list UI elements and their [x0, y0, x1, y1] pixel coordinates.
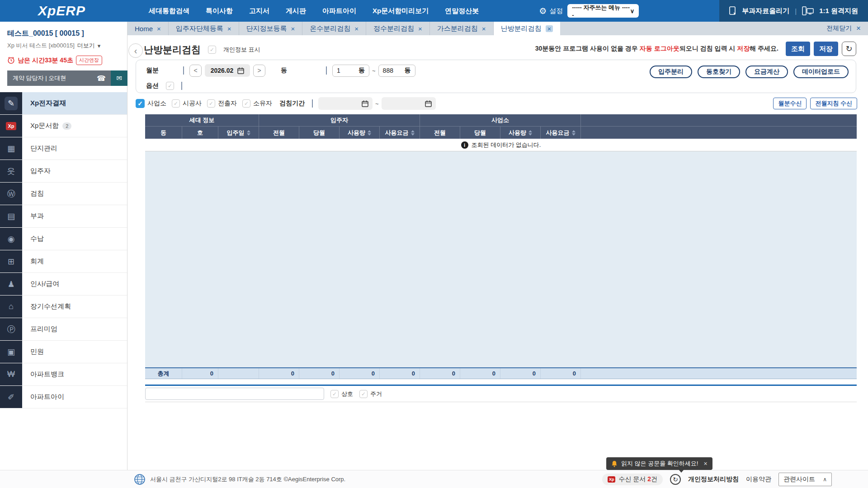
sort-icon[interactable]: [528, 130, 532, 136]
col-ho[interactable]: 호: [182, 127, 218, 139]
top-menu-bill[interactable]: 고지서: [249, 7, 269, 15]
upload-billing-data-button[interactable]: 부과자료올리기: [742, 7, 789, 15]
privacy-display-checkbox[interactable]: ✓: [208, 46, 216, 54]
sidebar-item-apt-bank[interactable]: ₩ 아파트뱅크: [0, 363, 127, 386]
next-month-button[interactable]: >: [253, 65, 265, 77]
save-button[interactable]: 저장: [814, 42, 838, 56]
prev-month-button[interactable]: <: [189, 65, 202, 77]
refresh-icon: ↻: [845, 44, 852, 54]
col-dong[interactable]: 동: [145, 127, 182, 139]
tab-close-icon[interactable]: ×: [482, 25, 486, 32]
data-upload-button[interactable]: 데이터업로드: [793, 66, 849, 78]
close-all-tabs-button[interactable]: 전체닫기 ×: [826, 22, 868, 35]
tab-heating-meter[interactable]: 난방분리검침×: [493, 22, 561, 35]
received-docs-button[interactable]: Xp 수신 문서 2건: [602, 474, 663, 485]
move-in-split-button[interactable]: 입주분리: [650, 66, 692, 78]
col-usage[interactable]: 사용량: [340, 127, 380, 139]
top-menu-apti[interactable]: 아파트아이: [322, 7, 356, 15]
tab-home[interactable]: Home×: [127, 22, 168, 35]
extend-time-button[interactable]: 시간연장: [76, 56, 102, 65]
favorite-menu-dropdown[interactable]: ----- 자주쓰는 메뉴 ----- ∨: [567, 4, 639, 18]
sidebar-item-meter-reading[interactable]: Ⓦ 검침: [0, 183, 127, 205]
col-prev-month-biz[interactable]: 전월: [420, 127, 460, 139]
tab-purewater-meter[interactable]: 정수분리검침×: [366, 22, 429, 35]
tab-complex-info[interactable]: 단지정보등록×: [239, 22, 302, 35]
receive-month-button[interactable]: 월분수신: [773, 98, 807, 109]
sort-icon[interactable]: [411, 130, 415, 136]
tab-close-icon[interactable]: ×: [354, 25, 359, 32]
col-usage-biz[interactable]: 사용량: [500, 127, 541, 139]
privacy-policy-link[interactable]: 개인정보처리방침: [688, 475, 739, 483]
col-usage-fee[interactable]: 사용요금: [380, 127, 420, 139]
settings-button[interactable]: ⚙ 설정: [539, 7, 563, 15]
top-menu-special-notes[interactable]: 특이사항: [206, 7, 233, 15]
sidebar-item-accounting[interactable]: ⊞ 회계: [0, 250, 127, 273]
meter-icon: Ⓦ: [0, 183, 22, 205]
tab-close-icon[interactable]: ×: [227, 25, 231, 32]
residence-checkbox[interactable]: ✓: [359, 390, 368, 398]
dong-to-input[interactable]: 888 동: [378, 65, 415, 77]
tab-gas-meter[interactable]: 가스분리검침×: [429, 22, 493, 35]
sort-icon[interactable]: [368, 130, 371, 136]
phone-icon[interactable]: ☎: [93, 70, 109, 86]
tab-close-icon[interactable]: ×: [157, 25, 161, 32]
dong-from-input[interactable]: 1 동: [332, 65, 369, 77]
docs-refresh-button[interactable]: ↻: [670, 474, 681, 485]
top-menu-yearend-bot[interactable]: 연말정산봇: [445, 7, 479, 15]
sidebar-collapse-button[interactable]: ‹: [128, 43, 143, 58]
mail-icon[interactable]: ✉: [111, 70, 127, 86]
sidebar-item-civil-complaint[interactable]: ▣ 민원: [0, 341, 127, 363]
tab-resident-group[interactable]: 입주자단체등록×: [168, 22, 239, 35]
option-checkbox[interactable]: ✓: [166, 82, 174, 90]
top-menu-board[interactable]: 게시판: [286, 7, 306, 15]
sidebar-item-xp-docbox[interactable]: Xp Xp문서함2: [0, 115, 127, 137]
col-curr-month-biz[interactable]: 당월: [460, 127, 500, 139]
find-dong-ho-button[interactable]: 동호찾기: [698, 66, 740, 78]
related-sites-dropdown[interactable]: 관련사이트 ∧: [778, 473, 832, 486]
sidebar-item-apti[interactable]: ✐ 아파트아이: [0, 386, 127, 408]
refresh-button[interactable]: ↻: [842, 42, 856, 56]
sidebar-item-billing[interactable]: ▤ 부과: [0, 205, 127, 228]
col-curr-month[interactable]: 당월: [299, 127, 340, 139]
business-office-checkbox[interactable]: ✓: [136, 99, 145, 108]
top-menu-household-search[interactable]: 세대통합검색: [149, 7, 189, 15]
tab-close-icon[interactable]: ×: [418, 25, 422, 32]
sidebar-item-premium[interactable]: Ⓟ 프리미엄: [0, 318, 127, 341]
month-picker[interactable]: 2026.02: [205, 64, 250, 77]
chevron-down-icon[interactable]: ▾: [98, 42, 101, 49]
bottom-search-input[interactable]: [145, 388, 324, 400]
sidebar-item-receipts[interactable]: ◉ 수납: [0, 228, 127, 250]
constructor-checkbox[interactable]: ✓: [172, 99, 180, 108]
period-start-input[interactable]: [318, 97, 373, 110]
tab-close-icon[interactable]: ×: [546, 25, 553, 32]
toast-close-icon[interactable]: ×: [703, 460, 707, 467]
option-label: 옵션: [146, 82, 166, 90]
owner-checkbox[interactable]: ✓: [242, 99, 250, 108]
sort-icon[interactable]: [247, 130, 250, 136]
col-usage-fee-biz[interactable]: 사용요금: [541, 127, 581, 139]
sidebar-item-hr-payroll[interactable]: ♟ 인사/급여: [0, 273, 127, 296]
sidebar-item-residents[interactable]: 웃 입주자: [0, 160, 127, 183]
tab-hotwater-meter[interactable]: 온수분리검침×: [302, 22, 366, 35]
receive-prev-reading-button[interactable]: 전월지침 수신: [810, 98, 857, 109]
terms-link[interactable]: 이용약관: [746, 475, 771, 483]
tab-close-icon[interactable]: ×: [291, 25, 295, 32]
col-movein-date[interactable]: 입주일: [218, 127, 259, 139]
company-name-checkbox[interactable]: ✓: [330, 390, 339, 398]
total-curr-biz: 0: [460, 368, 500, 379]
sort-icon[interactable]: [572, 130, 576, 136]
moved-out-checkbox[interactable]: ✓: [207, 99, 215, 108]
search-button[interactable]: 조회: [786, 42, 810, 56]
title-row: 난방분리검침 ✓ 개인정보 표시: [144, 43, 260, 56]
search-form-panel: 월분 < 2026.02 > 동 1 동 ~ 888 동: [136, 60, 856, 93]
sidebar-item-longterm-repair[interactable]: ⌂ 장기수선계획: [0, 296, 127, 318]
more-link[interactable]: 더보기: [77, 42, 95, 50]
top-menu-docbox-preview[interactable]: Xp문서함미리보기: [373, 7, 429, 15]
col-prev-month[interactable]: 전월: [259, 127, 299, 139]
sidebar-item-complex-mgmt[interactable]: ▦ 단지관리: [0, 137, 127, 160]
fee-calc-button[interactable]: 요금계산: [745, 66, 788, 78]
remote-support-button[interactable]: 1:1 원격지원: [819, 7, 858, 15]
page-title: 난방분리검침: [144, 43, 201, 56]
period-end-input[interactable]: [382, 97, 436, 110]
sidebar-item-xp-approval[interactable]: ✎ Xp전자결재: [0, 92, 127, 115]
